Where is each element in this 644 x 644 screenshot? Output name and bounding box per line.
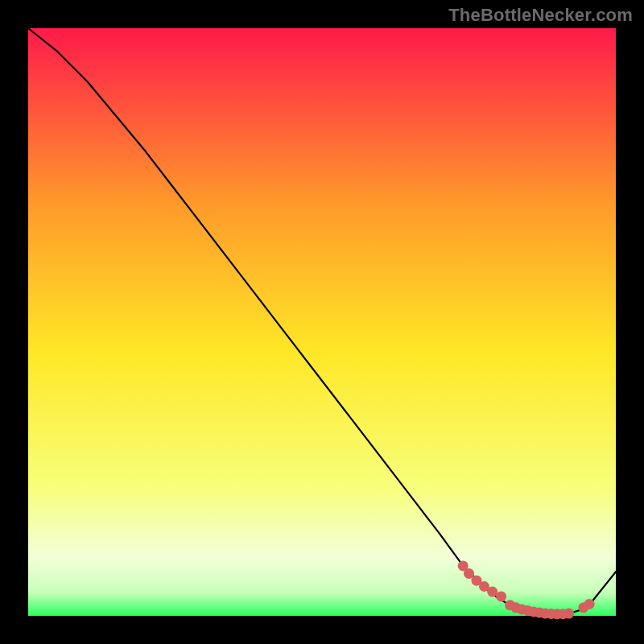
watermark-text: TheBottleNecker.com <box>448 5 633 26</box>
marker-dot <box>487 587 497 597</box>
marker-dot <box>564 609 574 619</box>
chart-svg <box>0 0 644 644</box>
chart-container: TheBottleNecker.com <box>0 0 644 644</box>
marker-dot <box>496 591 506 601</box>
marker-dot <box>584 599 595 609</box>
